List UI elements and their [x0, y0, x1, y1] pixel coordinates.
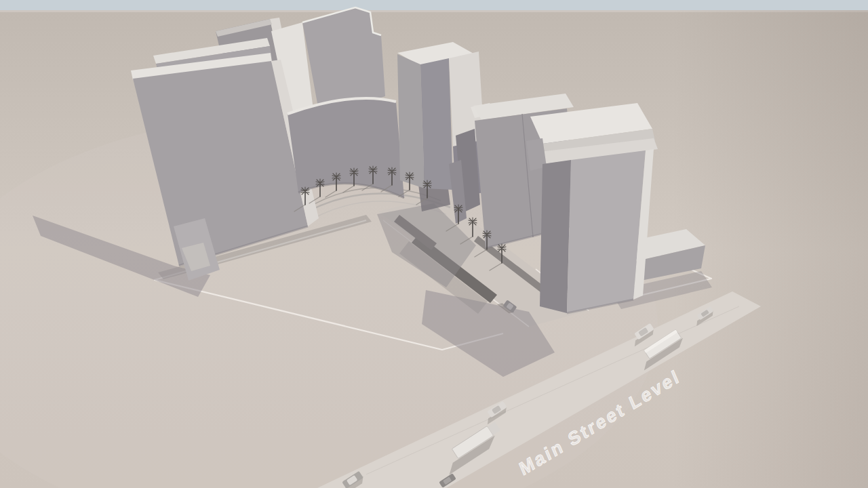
- facade-west: [397, 54, 425, 188]
- building-curved-podium: [288, 98, 404, 198]
- massing-scene: Main Street Level: [0, 0, 868, 488]
- sky: [0, 0, 868, 11]
- facade-dark: [540, 160, 571, 313]
- facade-center: [420, 58, 453, 190]
- facade: [567, 150, 646, 313]
- 3d-viewport[interactable]: Main Street Level: [0, 0, 868, 488]
- building-l-roof-tower: [526, 103, 658, 313]
